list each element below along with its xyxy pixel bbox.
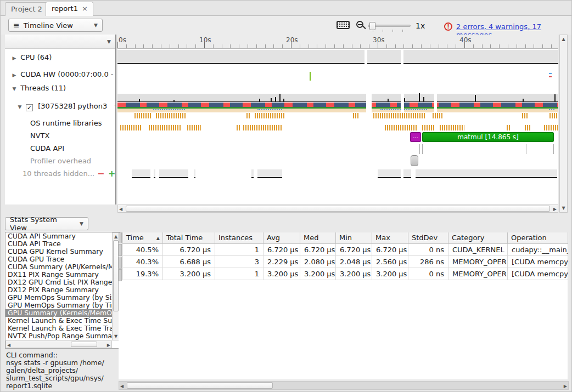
cell-med: 6.720 µs <box>300 243 336 255</box>
nvtx-collapsed-range[interactable]: ... <box>410 132 421 142</box>
timeline-horizontal-scrollbar[interactable]: ◀ ▶ <box>117 204 558 213</box>
column-header-category[interactable]: Category <box>448 232 508 243</box>
list-item-selected[interactable]: GPU Summary (Kernels/MemO <box>5 309 112 317</box>
tree-row-profiler-overhead[interactable]: Profiler overhead <box>5 155 115 167</box>
nvtx-matmul-range[interactable]: matmul [14.865 s] <box>422 132 554 142</box>
tree-header[interactable]: ▼ <box>5 35 115 49</box>
table-row[interactable]: 19.3% 3.200 µs 1 3.200 µs 3.200 µs 3.200… <box>123 268 568 280</box>
cli-line: CLI command:: <box>6 351 116 359</box>
tree-row-threads[interactable]: ▼ Threads (11) <box>5 82 115 94</box>
scroll-up-icon[interactable]: ▲ <box>560 37 567 42</box>
table-row[interactable]: 40.5% 6.720 µs 1 6.720 µs 6.720 µs 6.720… <box>123 243 568 255</box>
tree-row-python-thread-label: [3075328] python3 <box>38 102 107 110</box>
scrollbar-thumb[interactable] <box>126 206 550 212</box>
keyboard-shortcuts-button[interactable] <box>337 21 350 31</box>
histogram-spike <box>419 93 420 101</box>
zoom-out-button[interactable] <box>356 21 363 30</box>
scrollbar-thumb[interactable] <box>127 382 273 389</box>
tree-row-python-thread[interactable]: ▼ ✓ [3075328] python3 ▼ <box>5 100 115 112</box>
timeline-gap <box>401 94 404 112</box>
chevron-down-icon[interactable]: ▼ <box>113 101 115 112</box>
histogram-spike <box>475 95 476 101</box>
scroll-right-icon[interactable]: ▶ <box>107 343 110 348</box>
tree-row-cuda-hw[interactable]: ▶ CUDA HW (0000:07:00.0 - NVI <box>5 69 115 81</box>
close-icon[interactable]: × <box>82 4 88 13</box>
list-item[interactable]: CUDA Summary (API/Kernels/M <box>5 263 112 271</box>
column-header-time[interactable]: Time▲ <box>123 232 163 243</box>
tab-project2-label: Project 2 <box>11 5 42 13</box>
tree-row-os-runtime[interactable]: OS runtime libraries <box>5 117 115 129</box>
column-header-operation[interactable]: Operation <box>508 232 568 243</box>
tree-row-cpu[interactable]: ▶ CPU (64) <box>5 52 115 64</box>
column-header-max[interactable]: Max <box>372 232 408 243</box>
view-selector-dropdown[interactable]: ≡ Timeline View ▼ <box>8 19 103 32</box>
show-threads-plus-icon[interactable]: + <box>108 168 115 180</box>
scroll-left-icon[interactable]: ◀ <box>119 207 122 212</box>
column-header-total-time[interactable]: Total Time <box>163 232 215 243</box>
column-header-stddev[interactable]: StdDev <box>408 232 448 243</box>
column-header-avg[interactable]: Avg <box>263 232 300 243</box>
thread-checkbox[interactable]: ✓ <box>26 104 33 111</box>
list-item[interactable]: DX12 PIX Range Summary <box>5 286 112 294</box>
cell-med: 2.080 µs <box>300 255 336 268</box>
column-header-med[interactable]: Med <box>300 232 336 243</box>
cell-instances: 1 <box>215 243 263 255</box>
histogram-spike <box>404 98 405 101</box>
cuda-api-call-mark <box>422 144 423 154</box>
tree-row-hidden-threads[interactable]: 10 threads hidden... − + <box>5 168 115 180</box>
timeline-tree-panel: ▼ ▶ CPU (64) ▶ CUDA HW (0000:07:00.0 - N… <box>5 35 116 204</box>
tree-row-profiler-overhead-label: Profiler overhead <box>30 157 91 165</box>
slider-tick <box>402 30 403 32</box>
list-item[interactable]: CUDA GPU Kernel Summary <box>5 248 112 255</box>
scroll-left-icon[interactable]: ◀ <box>7 343 10 348</box>
scroll-left-icon[interactable]: ◀ <box>120 384 124 389</box>
list-item[interactable]: GPU MemOps Summary (by Siz <box>5 294 112 302</box>
expanded-arrow-icon[interactable]: ▼ <box>16 101 24 112</box>
hide-threads-minus-icon[interactable]: − <box>97 168 104 180</box>
stats-view-selector-dropdown[interactable]: Stats System View ▼ <box>5 217 88 230</box>
tree-row-cuda-api[interactable]: CUDA API <box>5 143 115 155</box>
scroll-right-icon[interactable]: ▶ <box>564 384 567 389</box>
list-item[interactable]: GPU MemOps Summary (by Tim <box>5 302 112 309</box>
scrollbar-thumb[interactable] <box>71 342 97 347</box>
list-item[interactable]: CUDA API Trace <box>5 240 112 248</box>
scroll-right-icon[interactable]: ▶ <box>553 207 557 212</box>
list-horizontal-scrollbar[interactable]: ◀ ▶ <box>5 340 112 348</box>
cell-category: MEMORY_OPER <box>448 268 508 280</box>
list-item[interactable]: NVTX Push/Pop Range Summa <box>5 332 112 340</box>
list-item[interactable]: DX12 GPU Cmd List PIX Range <box>5 279 112 286</box>
timeline-ruler[interactable]: 0s 10s 20s 30s 40s <box>117 35 558 49</box>
list-item[interactable]: CUDA GPU Trace <box>5 255 112 263</box>
list-item[interactable]: Kernel Launch & Exec Time Tra <box>5 325 112 332</box>
ruler-minor-ticks <box>117 44 558 48</box>
profiler-overhead-range[interactable] <box>411 155 418 166</box>
column-header-instances[interactable]: Instances <box>215 232 263 243</box>
column-header-min[interactable]: Min <box>336 232 372 243</box>
cell-min: 2.048 µs <box>336 255 372 268</box>
list-item[interactable]: CUDA API Summary <box>5 232 112 240</box>
os-runtime-calls <box>373 113 425 118</box>
table-horizontal-scrollbar[interactable]: ◀ ▶ <box>119 381 569 390</box>
timeline-vertical-scrollbar[interactable]: ▲ ▼ <box>559 35 568 213</box>
cpu-activity-segment <box>117 50 364 64</box>
scroll-down-icon[interactable]: ▼ <box>560 206 567 211</box>
slider-tick <box>392 30 393 32</box>
list-item[interactable]: Kernel Launch & Exec Time Su <box>5 317 112 325</box>
hidden-threads-activity <box>251 169 254 178</box>
histogram-spike <box>523 99 524 101</box>
scrollbar-thumb[interactable] <box>113 240 119 311</box>
collapsed-arrow-icon[interactable]: ▶ <box>10 52 18 64</box>
collapsed-arrow-icon[interactable]: ▶ <box>10 69 18 81</box>
thread-sampling-histogram <box>117 94 558 102</box>
timeline-canvas[interactable]: 0s 10s 20s 30s 40s <box>117 35 558 204</box>
list-item[interactable]: DX11 PIX Range Summary <box>5 271 112 279</box>
cpu-activity-segment <box>403 50 558 64</box>
zoom-slider-handle[interactable] <box>369 22 375 30</box>
zoom-out-icon <box>356 21 363 28</box>
tab-report1[interactable]: report1× <box>46 2 93 16</box>
cell-category: CUDA_KERNEL <box>448 243 508 255</box>
cell-operation: [CUDA memcpy <box>508 255 568 268</box>
expanded-arrow-icon[interactable]: ▼ <box>10 83 18 94</box>
tree-row-nvtx[interactable]: NVTX <box>5 130 115 142</box>
table-row[interactable]: 40.3% 6.688 µs 3 2.229 µs 2.080 µs 2.048… <box>123 255 568 268</box>
